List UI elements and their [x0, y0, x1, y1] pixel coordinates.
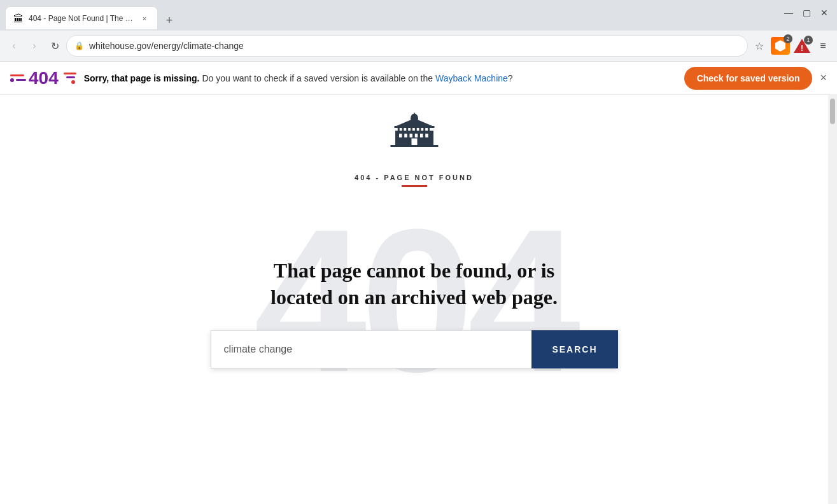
browser-menu-button[interactable]: ≡: [814, 37, 832, 55]
check-saved-version-button[interactable]: Check for saved version: [684, 67, 813, 90]
svg-rect-20: [411, 139, 417, 146]
svg-rect-2: [402, 127, 404, 146]
error-underline: [402, 185, 427, 187]
svg-rect-16: [409, 134, 412, 137]
wayback-banner: 404 Sorry, that page is missing. Do you …: [0, 62, 837, 95]
tab-favicon: 🏛: [13, 13, 24, 24]
svg-rect-14: [399, 134, 402, 137]
lock-icon: 🔒: [74, 41, 84, 50]
bookmark-icon: ☆: [755, 40, 764, 52]
wayback-line-right-purple: [66, 76, 75, 78]
wayback-question-end: ?: [508, 73, 513, 83]
search-button[interactable]: SEARCH: [531, 330, 617, 368]
brave-shield-icon: [775, 40, 785, 52]
scrollbar-thumb[interactable]: [830, 99, 835, 124]
alert-count-badge: 1: [804, 36, 813, 45]
brave-count-badge: 2: [784, 34, 792, 43]
scrollbar[interactable]: [828, 95, 837, 504]
wayback-404-number: 404: [29, 68, 59, 88]
error-content: That page cannot be found, or is located…: [83, 258, 745, 368]
page-content: 404 - PAGE NOT FOUND 404 That page canno…: [0, 95, 828, 504]
wayback-dot: [10, 78, 14, 82]
svg-rect-9: [394, 126, 434, 128]
banner-close-button[interactable]: ×: [820, 71, 827, 85]
forward-button[interactable]: ›: [25, 37, 43, 55]
wayback-logo: 404: [10, 68, 76, 88]
close-button[interactable]: ✕: [817, 5, 832, 20]
error-heading-area: 404 - PAGE NOT FOUND: [0, 161, 828, 192]
big-404-area: 404 That page cannot be found, or is loc…: [0, 192, 828, 434]
whitehouse-logo-area: [0, 95, 828, 161]
search-input[interactable]: [211, 330, 532, 368]
svg-rect-7: [423, 127, 425, 146]
search-box: SEARCH: [211, 330, 618, 368]
maximize-button[interactable]: ▢: [799, 5, 814, 20]
address-bar[interactable]: 🔒 whitehouse.gov/energy/climate-change: [66, 35, 748, 57]
error-line-1: That page cannot be found, or is: [274, 259, 554, 282]
error-label: 404 - PAGE NOT FOUND: [0, 174, 828, 181]
wayback-line-purple: [16, 79, 26, 81]
svg-rect-13: [390, 145, 438, 147]
brave-shield-button[interactable]: 2: [771, 37, 790, 55]
svg-rect-19: [425, 134, 428, 137]
refresh-button[interactable]: ↻: [46, 37, 64, 55]
back-button[interactable]: ‹: [5, 37, 23, 55]
wayback-lines-left: [10, 74, 26, 82]
browser-tab[interactable]: 🏛 404 - Page Not Found | The White ×: [5, 6, 158, 29]
svg-rect-18: [420, 134, 423, 137]
whitehouse-building-icon: [386, 113, 443, 151]
wayback-question-text: Do you want to check if a saved version …: [202, 73, 435, 83]
alert-extension-button[interactable]: ! 1: [792, 37, 812, 55]
svg-rect-15: [404, 134, 407, 137]
wayback-line-red: [10, 74, 24, 76]
error-main-text: That page cannot be found, or is located…: [211, 258, 618, 311]
new-tab-button[interactable]: +: [160, 11, 178, 29]
wayback-machine-link[interactable]: Wayback Machine: [435, 73, 508, 83]
tab-close-button[interactable]: ×: [139, 13, 150, 24]
svg-rect-12: [414, 113, 415, 120]
wayback-line-right-red: [64, 73, 76, 74]
svg-rect-17: [414, 134, 418, 137]
tab-title: 404 - Page Not Found | The White: [29, 14, 134, 23]
wayback-dot-right: [71, 80, 75, 84]
minimize-button[interactable]: —: [781, 5, 796, 20]
wayback-message: Sorry, that page is missing. Do you want…: [84, 73, 677, 83]
url-text: whitehouse.gov/energy/climate-change: [89, 41, 740, 51]
wayback-lines-right: [64, 73, 76, 84]
wayback-sorry-text: Sorry, that page is missing.: [84, 73, 200, 83]
search-area: SEARCH: [211, 330, 618, 368]
bookmark-button[interactable]: ☆: [750, 37, 768, 55]
error-line-2: located on an archived web page.: [271, 286, 558, 309]
